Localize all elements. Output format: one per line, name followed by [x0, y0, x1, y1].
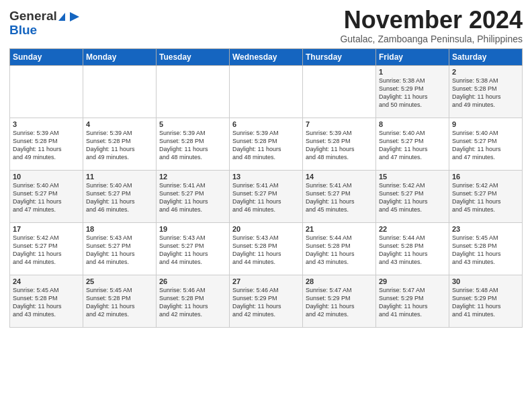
calendar-cell: 9Sunrise: 5:40 AM Sunset: 5:27 PM Daylig…: [449, 118, 523, 170]
day-info: Sunrise: 5:40 AM Sunset: 5:27 PM Dayligh…: [86, 181, 153, 214]
day-number: 6: [232, 120, 300, 128]
weekday-header-thursday: Thursday: [303, 48, 376, 65]
location: Gutalac, Zamboanga Peninsula, Philippine…: [340, 34, 523, 44]
calendar-cell: 28Sunrise: 5:47 AM Sunset: 5:29 PM Dayli…: [303, 275, 376, 327]
week-row-5: 24Sunrise: 5:45 AM Sunset: 5:28 PM Dayli…: [10, 275, 523, 327]
day-info: Sunrise: 5:43 AM Sunset: 5:27 PM Dayligh…: [86, 234, 153, 267]
day-number: 11: [86, 173, 153, 181]
day-number: 27: [232, 277, 300, 285]
day-number: 15: [379, 173, 446, 181]
calendar-cell: [10, 65, 83, 118]
day-info: Sunrise: 5:45 AM Sunset: 5:28 PM Dayligh…: [13, 286, 80, 319]
day-number: 26: [159, 277, 226, 285]
day-info: Sunrise: 5:39 AM Sunset: 5:28 PM Dayligh…: [13, 129, 80, 162]
day-number: 7: [306, 120, 373, 128]
calendar-cell: 25Sunrise: 5:45 AM Sunset: 5:28 PM Dayli…: [83, 275, 157, 327]
day-info: Sunrise: 5:46 AM Sunset: 5:29 PM Dayligh…: [232, 286, 300, 319]
day-number: 25: [86, 277, 153, 285]
day-number: 14: [306, 173, 373, 181]
calendar-cell: 26Sunrise: 5:46 AM Sunset: 5:28 PM Dayli…: [157, 275, 230, 327]
calendar-cell: 13Sunrise: 5:41 AM Sunset: 5:27 PM Dayli…: [230, 170, 303, 222]
day-info: Sunrise: 5:45 AM Sunset: 5:28 PM Dayligh…: [452, 234, 519, 267]
calendar-cell: 1Sunrise: 5:38 AM Sunset: 5:29 PM Daylig…: [376, 65, 449, 118]
calendar-cell: 5Sunrise: 5:39 AM Sunset: 5:28 PM Daylig…: [157, 118, 230, 170]
weekday-header-monday: Monday: [83, 48, 157, 65]
day-info: Sunrise: 5:42 AM Sunset: 5:27 PM Dayligh…: [379, 181, 446, 214]
calendar-cell: 17Sunrise: 5:42 AM Sunset: 5:27 PM Dayli…: [10, 222, 83, 275]
day-info: Sunrise: 5:44 AM Sunset: 5:28 PM Dayligh…: [306, 234, 373, 267]
day-number: 17: [13, 225, 80, 233]
day-number: 18: [86, 225, 153, 233]
logo-flag-icon: [70, 12, 81, 21]
calendar-cell: 18Sunrise: 5:43 AM Sunset: 5:27 PM Dayli…: [83, 222, 157, 275]
day-info: Sunrise: 5:42 AM Sunset: 5:27 PM Dayligh…: [13, 234, 80, 267]
day-number: 1: [379, 68, 446, 76]
day-info: Sunrise: 5:40 AM Sunset: 5:27 PM Dayligh…: [13, 181, 80, 214]
day-number: 5: [159, 120, 226, 128]
day-info: Sunrise: 5:40 AM Sunset: 5:27 PM Dayligh…: [452, 129, 519, 162]
day-info: Sunrise: 5:44 AM Sunset: 5:28 PM Dayligh…: [379, 234, 446, 267]
day-number: 24: [13, 277, 80, 285]
day-number: 2: [452, 68, 519, 76]
calendar-cell: 29Sunrise: 5:47 AM Sunset: 5:29 PM Dayli…: [376, 275, 449, 327]
day-info: Sunrise: 5:43 AM Sunset: 5:27 PM Dayligh…: [159, 234, 226, 267]
calendar-cell: 7Sunrise: 5:39 AM Sunset: 5:28 PM Daylig…: [303, 118, 376, 170]
day-info: Sunrise: 5:40 AM Sunset: 5:27 PM Dayligh…: [379, 129, 446, 162]
week-row-3: 10Sunrise: 5:40 AM Sunset: 5:27 PM Dayli…: [10, 170, 523, 222]
day-number: 29: [379, 277, 446, 285]
page-container: General Blue November 2024 Gutalac, Zamb…: [0, 0, 532, 332]
day-info: Sunrise: 5:38 AM Sunset: 5:28 PM Dayligh…: [452, 77, 519, 109]
logo: General Blue: [9, 9, 81, 38]
calendar-cell: 2Sunrise: 5:38 AM Sunset: 5:28 PM Daylig…: [449, 65, 523, 118]
day-number: 8: [379, 120, 446, 128]
calendar-cell: 15Sunrise: 5:42 AM Sunset: 5:27 PM Dayli…: [376, 170, 449, 222]
day-info: Sunrise: 5:41 AM Sunset: 5:27 PM Dayligh…: [306, 181, 373, 214]
calendar-cell: 12Sunrise: 5:41 AM Sunset: 5:27 PM Dayli…: [157, 170, 230, 222]
calendar-cell: 23Sunrise: 5:45 AM Sunset: 5:28 PM Dayli…: [449, 222, 523, 275]
weekday-header-row: SundayMondayTuesdayWednesdayThursdayFrid…: [10, 48, 523, 65]
calendar-cell: 14Sunrise: 5:41 AM Sunset: 5:27 PM Dayli…: [303, 170, 376, 222]
day-info: Sunrise: 5:43 AM Sunset: 5:28 PM Dayligh…: [232, 234, 300, 267]
weekday-header-saturday: Saturday: [449, 48, 523, 65]
day-number: 9: [452, 120, 519, 128]
weekday-header-tuesday: Tuesday: [157, 48, 230, 65]
calendar-cell: 21Sunrise: 5:44 AM Sunset: 5:28 PM Dayli…: [303, 222, 376, 275]
logo-text: General Blue: [9, 9, 81, 38]
calendar-cell: 8Sunrise: 5:40 AM Sunset: 5:27 PM Daylig…: [376, 118, 449, 170]
day-number: 4: [86, 120, 153, 128]
day-info: Sunrise: 5:45 AM Sunset: 5:28 PM Dayligh…: [86, 286, 153, 319]
calendar-cell: 22Sunrise: 5:44 AM Sunset: 5:28 PM Dayli…: [376, 222, 449, 275]
day-number: 13: [232, 173, 300, 181]
calendar-cell: 20Sunrise: 5:43 AM Sunset: 5:28 PM Dayli…: [230, 222, 303, 275]
day-number: 23: [452, 225, 519, 233]
day-number: 21: [306, 225, 373, 233]
week-row-1: 1Sunrise: 5:38 AM Sunset: 5:29 PM Daylig…: [10, 65, 523, 118]
weekday-header-friday: Friday: [376, 48, 449, 65]
calendar-cell: [157, 65, 230, 118]
day-info: Sunrise: 5:48 AM Sunset: 5:29 PM Dayligh…: [452, 286, 519, 319]
day-info: Sunrise: 5:46 AM Sunset: 5:28 PM Dayligh…: [159, 286, 226, 319]
calendar-cell: 4Sunrise: 5:39 AM Sunset: 5:28 PM Daylig…: [83, 118, 157, 170]
calendar-cell: [303, 65, 376, 118]
day-number: 10: [13, 173, 80, 181]
day-info: Sunrise: 5:41 AM Sunset: 5:27 PM Dayligh…: [159, 181, 226, 214]
day-info: Sunrise: 5:39 AM Sunset: 5:28 PM Dayligh…: [159, 129, 226, 162]
day-number: 30: [452, 277, 519, 285]
day-info: Sunrise: 5:39 AM Sunset: 5:28 PM Dayligh…: [86, 129, 153, 162]
day-number: 12: [159, 173, 226, 181]
svg-marker-0: [70, 12, 79, 21]
day-info: Sunrise: 5:47 AM Sunset: 5:29 PM Dayligh…: [379, 286, 446, 319]
day-info: Sunrise: 5:47 AM Sunset: 5:29 PM Dayligh…: [306, 286, 373, 319]
calendar-cell: [230, 65, 303, 118]
header: General Blue November 2024 Gutalac, Zamb…: [9, 7, 523, 44]
calendar-cell: 10Sunrise: 5:40 AM Sunset: 5:27 PM Dayli…: [10, 170, 83, 222]
day-info: Sunrise: 5:41 AM Sunset: 5:27 PM Dayligh…: [232, 181, 300, 214]
calendar-cell: 30Sunrise: 5:48 AM Sunset: 5:29 PM Dayli…: [449, 275, 523, 327]
weekday-header-wednesday: Wednesday: [230, 48, 303, 65]
month-title: November 2024: [340, 7, 523, 34]
day-number: 16: [452, 173, 519, 181]
calendar-cell: 11Sunrise: 5:40 AM Sunset: 5:27 PM Dayli…: [83, 170, 157, 222]
calendar-cell: 16Sunrise: 5:42 AM Sunset: 5:27 PM Dayli…: [449, 170, 523, 222]
day-number: 19: [159, 225, 226, 233]
calendar-cell: 27Sunrise: 5:46 AM Sunset: 5:29 PM Dayli…: [230, 275, 303, 327]
